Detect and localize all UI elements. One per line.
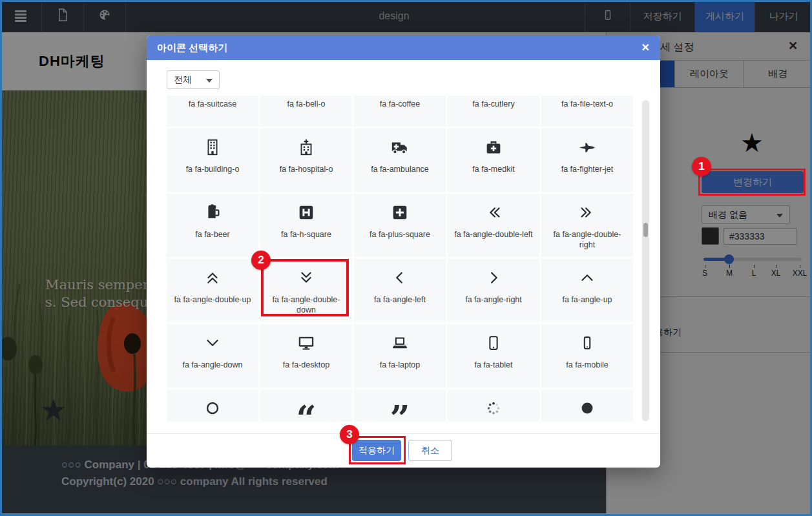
icon-label: fa fa-hospital-o	[275, 165, 338, 175]
icon-label: fa fa-angle-double-left	[449, 230, 538, 240]
icon-cell-hospital-o[interactable]: fa fa-hospital-o	[260, 129, 352, 192]
icon-cell-angle-double-up[interactable]: fa fa-angle-double-up	[167, 259, 258, 322]
chevron-down-icon	[206, 79, 213, 83]
icon-label: fa fa-angle-left	[369, 295, 431, 305]
icon-label: fa fa-h-square	[276, 230, 337, 240]
spinner-icon	[484, 396, 503, 420]
icon-cell-angle-right[interactable]: fa fa-angle-right	[448, 259, 539, 322]
annotation-step3: 3	[340, 425, 359, 444]
icon-cell-ambulance[interactable]: fa fa-ambulance	[354, 129, 446, 192]
icon-cell-row-cut-2[interactable]: fa fa-coffee	[354, 96, 446, 127]
icon-cell-building-o[interactable]: fa fa-building-o	[167, 129, 258, 192]
angle-double-right-icon	[578, 200, 597, 225]
icon-label: fa fa-ambulance	[366, 165, 434, 175]
icon-label: fa fa-fighter-jet	[556, 165, 619, 175]
annotation-step1: 1	[692, 157, 711, 176]
icon-category-select[interactable]: 전체	[167, 70, 220, 89]
icon-cell-tablet[interactable]: fa fa-tablet	[448, 324, 539, 387]
angle-up-icon	[578, 265, 597, 290]
icon-label: fa fa-bell-o	[282, 99, 330, 110]
icon-label: fa fa-tablet	[469, 360, 517, 371]
icon-cell-circle[interactable]	[541, 389, 633, 422]
icon-cell-beer[interactable]: fa fa-beer	[167, 194, 258, 257]
icon-label: fa fa-desktop	[278, 360, 335, 371]
icon-cell-laptop[interactable]: fa fa-laptop	[354, 324, 446, 387]
icon-label: fa fa-building-o	[181, 165, 245, 175]
ambulance-icon	[390, 135, 410, 160]
modal-title: 아이콘 선택하기	[157, 36, 227, 60]
icon-cell-spinner[interactable]	[448, 389, 539, 422]
icon-cell-h-square[interactable]: fa fa-h-square	[260, 194, 352, 257]
icon-label: fa fa-angle-double-up	[169, 295, 256, 305]
icon-category-value: 전체	[174, 74, 192, 86]
icon-cell-row-cut-1[interactable]: fa fa-bell-o	[260, 96, 352, 127]
plus-square-icon	[390, 200, 410, 225]
modal-header: 아이콘 선택하기 ✕	[147, 36, 660, 60]
icon-cell-angle-double-down[interactable]: fa fa-angle-double-down	[260, 259, 352, 322]
icon-cell-row-cut-3[interactable]: fa fa-cutlery	[448, 96, 539, 127]
icon-cell-desktop[interactable]: fa fa-desktop	[260, 324, 352, 387]
icon-label: fa fa-laptop	[375, 360, 426, 371]
beer-icon	[203, 200, 222, 225]
icon-cell-row-cut-4[interactable]: fa fa-file-text-o	[541, 96, 633, 127]
modal-footer-divider	[147, 433, 660, 434]
fighter-jet-icon	[578, 135, 597, 160]
icon-cell-angle-down[interactable]: fa fa-angle-down	[167, 324, 258, 387]
scrollbar-thumb[interactable]	[643, 223, 648, 237]
angle-down-icon	[203, 331, 222, 355]
angle-right-icon	[484, 265, 503, 290]
tablet-icon	[484, 331, 503, 355]
icon-label: fa fa-coffee	[375, 99, 425, 110]
building-o-icon	[203, 135, 222, 160]
icon-cell-angle-left[interactable]: fa fa-angle-left	[354, 259, 446, 322]
icon-label: fa fa-angle-double-right	[541, 230, 633, 250]
circle-o-icon	[203, 396, 222, 420]
icon-cell-circle-o[interactable]	[167, 389, 258, 422]
icon-cell-row-cut-0[interactable]: fa fa-suitcase	[167, 96, 258, 127]
h-square-icon	[297, 200, 316, 225]
icon-label: fa fa-beer	[190, 230, 235, 240]
icon-label: fa fa-file-text-o	[556, 99, 618, 110]
icon-cell-angle-double-left[interactable]: fa fa-angle-double-left	[448, 194, 539, 257]
icon-label: fa fa-angle-right	[460, 295, 527, 305]
angle-double-down-icon	[297, 265, 316, 290]
cancel-button[interactable]: 취소	[408, 440, 452, 461]
hospital-o-icon	[297, 135, 316, 160]
icon-label: fa fa-angle-up	[557, 295, 617, 305]
icon-cell-angle-double-right[interactable]: fa fa-angle-double-right	[541, 194, 633, 257]
icon-label: fa fa-plus-square	[364, 230, 435, 240]
apply-button[interactable]: 적용하기	[352, 440, 401, 461]
icon-cell-plus-square[interactable]: fa fa-plus-square	[354, 194, 446, 257]
app-screen: design 저장하기 게시하기 나가기 DH마케팅	[0, 0, 812, 516]
icon-label: fa fa-suitcase	[183, 99, 242, 110]
annotation-step2: 2	[251, 251, 271, 270]
quote-right-icon: ”	[390, 396, 410, 420]
desktop-icon	[297, 331, 316, 355]
modal-close-icon[interactable]: ✕	[641, 41, 650, 54]
quote-left-icon: “	[296, 396, 316, 420]
icon-cell-quote-left[interactable]: “	[260, 389, 352, 422]
icon-label: fa fa-angle-down	[177, 360, 247, 371]
icon-grid-viewport: fa fa-suitcasefa fa-bell-ofa fa-coffeefa…	[167, 96, 633, 422]
angle-double-up-icon	[203, 265, 222, 290]
icon-picker-modal: 아이콘 선택하기 ✕ 전체 fa fa-suitcasefa fa-bell-o…	[147, 36, 660, 468]
icon-cell-quote-right[interactable]: ”	[354, 389, 446, 422]
icon-cell-angle-up[interactable]: fa fa-angle-up	[541, 259, 633, 322]
icon-cell-medkit[interactable]: fa fa-medkit	[448, 129, 539, 192]
icon-grid: fa fa-suitcasefa fa-bell-ofa fa-coffeefa…	[167, 96, 633, 422]
scrollbar-track[interactable]	[642, 100, 649, 421]
icon-label: fa fa-medkit	[467, 165, 519, 175]
angle-double-left-icon	[484, 200, 503, 225]
icon-cell-fighter-jet[interactable]: fa fa-fighter-jet	[541, 129, 633, 192]
icon-label: fa fa-cutlery	[467, 99, 519, 110]
icon-cell-mobile[interactable]: fa fa-mobile	[541, 324, 633, 387]
mobile-icon	[578, 331, 597, 355]
laptop-icon	[390, 331, 410, 355]
circle-icon	[578, 396, 597, 420]
icon-label: fa fa-mobile	[561, 360, 613, 371]
icon-label: fa fa-angle-double-down	[260, 295, 352, 315]
angle-left-icon	[390, 265, 410, 290]
medkit-icon	[484, 135, 503, 160]
